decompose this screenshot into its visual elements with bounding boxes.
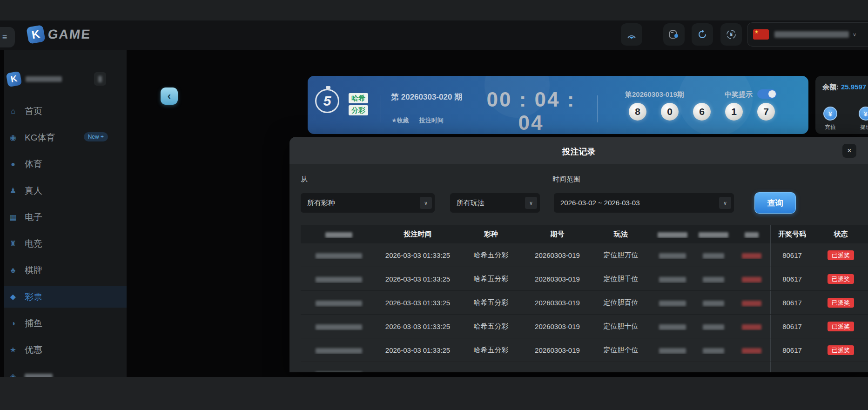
chevron-down-icon: ∨	[525, 197, 537, 209]
cell-lottery: 哈希五分彩	[458, 251, 524, 260]
chevron-left-icon: ‹	[168, 90, 171, 102]
status-badge: 已派奖	[828, 322, 854, 331]
status-badge: 已派奖	[828, 274, 854, 284]
sidebar-item-chess[interactable]: ♣棋牌	[4, 259, 127, 281]
chess-icon: ♣	[8, 266, 18, 275]
sidebar-item-live[interactable]: ♟真人	[4, 180, 127, 202]
sidebar-item-lottery[interactable]: ◆彩票	[4, 286, 127, 308]
refresh-button[interactable]	[692, 23, 713, 46]
lottery-icon: ◆	[8, 292, 18, 301]
cell-time: 2026-03-03 01:33:25	[377, 299, 458, 307]
svg-text:¥: ¥	[730, 32, 733, 37]
cell-blurred	[703, 301, 724, 306]
cell-blurred	[316, 324, 362, 330]
sidebar-item-fishing[interactable]: ◑捕鱼	[4, 312, 127, 334]
promo-icon: ★	[8, 345, 18, 354]
cell-issue: 20260303-019	[524, 251, 591, 259]
cell-time: 2026-03-03 01:33:25	[377, 323, 458, 330]
date-range-select[interactable]: 2026-03-02 ~ 2026-03-03 ∨	[554, 193, 734, 213]
cell-play: 定位胆万位	[591, 251, 651, 260]
cell-blurred	[659, 348, 686, 354]
sports-icon: ●	[8, 160, 18, 168]
col-header-play: 玩法	[591, 230, 651, 239]
status-badge: 已派奖	[828, 250, 854, 260]
currency-button[interactable]: ¥	[720, 23, 742, 46]
table-row: 2026-03-03 01:33:25哈希五分彩20260303-019定位胆个…	[301, 338, 868, 362]
collapse-back-button[interactable]: ‹	[161, 87, 178, 105]
home-icon: ⌂	[8, 107, 18, 115]
sidebar-item-esports[interactable]: ♜电竞	[4, 233, 127, 255]
balance-panel: 余额:25.9597 ¥ 充值 ¥ 提现	[815, 76, 868, 134]
cell-b3	[733, 299, 770, 307]
user-account-menu[interactable]: ★ ∨	[747, 22, 868, 47]
cell-blurred	[316, 301, 362, 306]
bottom-strip	[0, 377, 868, 410]
table-header-row: 投注时间彩种期号玩法开奖号码状态	[301, 225, 868, 243]
cell-b2	[694, 251, 733, 259]
deposit-action[interactable]: ¥ 充值	[816, 107, 844, 131]
cell-b3	[733, 346, 770, 354]
lottery-type-value: 所有彩种	[307, 199, 335, 207]
cell-b1	[651, 275, 694, 283]
wallet-button[interactable]	[663, 23, 685, 46]
play-type-select[interactable]: 所有玩法 ∨	[450, 193, 540, 213]
china-flag-icon: ★	[753, 29, 769, 40]
banner-divider	[381, 95, 381, 122]
sidebar-item-sports[interactable]: ●体育	[4, 153, 127, 175]
cell-lottery: 哈希五分彩	[458, 298, 524, 307]
withdraw-action[interactable]: ¥ 提现	[852, 107, 868, 131]
cell-id	[301, 275, 377, 283]
cell-blurred	[316, 348, 362, 354]
brand-logo[interactable]: K GAME	[27, 26, 91, 43]
cell-blurred	[742, 253, 761, 259]
sidebar-user-card[interactable]: K	[4, 68, 127, 90]
favorite-link[interactable]: ★收藏	[391, 116, 409, 125]
col-header-lottery: 彩种	[458, 230, 524, 239]
countdown-timer: 00 : 04 : 04	[471, 88, 592, 134]
sidebar-item-home[interactable]: ⌂首页	[4, 100, 127, 122]
query-button[interactable]: 查询	[754, 192, 796, 214]
cell-b2	[694, 346, 733, 354]
close-button[interactable]: ×	[842, 144, 856, 158]
cell-blurred	[742, 324, 761, 330]
cell-result	[770, 362, 814, 372]
table-row: 2026-03-03 01:33:25哈希五分彩20260303-019定位胆百…	[301, 291, 868, 315]
from-label: 从	[301, 175, 308, 184]
win-tip-toggle[interactable]	[757, 89, 777, 99]
cell-lottery: 哈希五分彩	[458, 322, 524, 331]
menu-button[interactable]: ≡	[0, 27, 15, 47]
cell-blurred	[742, 277, 761, 282]
sidebar-nav: ⌂首页◉KG体育New +●体育♟真人▦电子♜电竞♣棋牌◆彩票◑捕鱼★优惠◈	[4, 100, 127, 377]
sidebar-item-label: 真人	[25, 185, 42, 197]
balance-row: 余额:25.9597	[822, 83, 866, 92]
sidebar-item-label: 棋牌	[25, 264, 42, 276]
user-avatar: K	[6, 71, 22, 87]
status-badge: 已派奖	[828, 345, 854, 355]
currency-icon: ¥	[726, 29, 737, 40]
cell-issue: 20260303-019	[524, 275, 591, 283]
signal-button[interactable]	[621, 23, 642, 46]
sidebar-item-label: KG体育	[25, 132, 55, 144]
sidebar-item-label: 体育	[25, 158, 42, 170]
sidebar-item-more[interactable]: ◈	[4, 365, 127, 377]
cell-time: 2026-03-03 01:33:25	[377, 346, 458, 354]
sidebar-item-kg-sports[interactable]: ◉KG体育New +	[4, 127, 127, 148]
more-icon: ◈	[8, 372, 18, 377]
sidebar-item-slots[interactable]: ▦电子	[4, 206, 127, 228]
cell-blurred	[659, 324, 686, 330]
sidebar-item-label: 优惠	[25, 344, 42, 356]
cell-time: 2026-03-03 01:33:25	[377, 251, 458, 259]
col-header-id	[301, 230, 377, 238]
sidebar-item-promo[interactable]: ★优惠	[4, 339, 127, 361]
cell-id	[301, 346, 377, 354]
bet-time-link[interactable]: 投注时间	[419, 116, 444, 125]
win-tip-label: 中奖提示	[725, 90, 753, 99]
user-card-action-button[interactable]	[94, 72, 106, 86]
cell-blurred	[659, 277, 686, 282]
close-icon: ×	[847, 147, 851, 155]
cell-result: 80617	[770, 243, 814, 267]
app-window: ≡ K GAME ¥ ★ ∨ K ⌂首页◉KG体育New +●体育	[0, 0, 868, 410]
account-balance-blurred	[774, 31, 849, 38]
bet-records-table: 投注时间彩种期号玩法开奖号码状态 2026-03-03 01:33:25哈希五分…	[301, 225, 868, 372]
lottery-type-select[interactable]: 所有彩种 ∨	[301, 193, 435, 213]
